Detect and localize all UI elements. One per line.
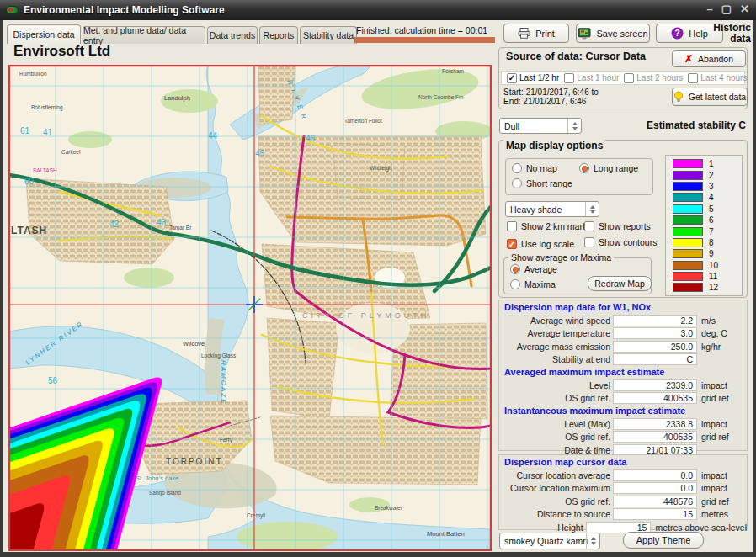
red-x-icon: ✗ [684,53,693,65]
map-label: North Coombe Fm [418,94,463,100]
checkbox-use-log-scale[interactable]: Use log scale [507,239,574,249]
save-screen-button[interactable]: Save screen [576,24,650,43]
row-label: OS grid ref. [499,393,613,403]
radio-short-range[interactable]: Short range [512,178,572,188]
radio-icon[interactable] [510,279,520,289]
print-button[interactable]: Print [503,24,569,43]
estimated-stability-label: Estimated stability C [638,119,746,131]
legend-swatch [673,182,703,191]
get-latest-data-button[interactable]: Get latest data [672,88,748,106]
checkbox-icon[interactable] [507,73,517,83]
redraw-map-button[interactable]: Redraw Map [588,276,652,291]
row-value: 448576 [613,496,697,507]
row-unit: m/s [697,316,716,326]
map-label: TORPOINT [166,457,222,466]
row-value: 3.0 [613,327,697,339]
radio-no-map[interactable]: No map [512,163,557,173]
minimize-button[interactable]: – [707,3,713,16]
legend-swatch [673,204,703,214]
checkbox-icon[interactable] [624,73,634,83]
radio-icon[interactable] [510,264,520,274]
maximize-button[interactable]: ▢ [721,3,732,16]
map-label: 41 [43,128,53,137]
legend-number: 3 [709,182,714,191]
row-label: Average temperature [499,328,613,338]
checkbox-icon[interactable] [584,221,594,231]
close-button[interactable]: ✕ [740,3,749,16]
source-of-data-title: Source of data: Cursor Data [503,50,648,62]
legend-number: 11 [709,272,717,281]
legend-swatch [673,227,703,236]
monitor-icon [578,28,591,40]
map-label: Rumbullion [19,71,47,77]
company-name: Envirosoft Ltd [13,43,110,60]
checkbox-icon[interactable] [688,73,698,83]
row-label: Level (Max) [499,419,613,429]
app-window: Environmental Impact Modelling Software … [0,0,756,557]
checkbox-show-reports[interactable]: Show reports [584,221,651,231]
checkbox-last-2-hours[interactable]: Last 2 hours [624,73,683,83]
spinner-icon[interactable] [567,119,581,133]
legend-number: 5 [709,204,714,214]
map-label: Ferry [220,437,233,443]
checkbox-last-1-hour[interactable]: Last 1 hour [564,73,619,83]
start-time-label: Start: 21/01/2017, 6:46 to [503,88,599,97]
checkbox-icon[interactable] [507,239,517,249]
radio-icon[interactable] [512,178,522,188]
tab-dispersion-data[interactable]: Dispersion data [7,24,81,44]
title-bar[interactable]: Environmental Impact Modelling Software … [0,0,756,20]
row-label: Average mass emission [499,342,613,352]
checkbox-icon[interactable] [507,221,517,231]
checkbox-last-half-hr[interactable]: Last 1/2 hr [507,73,559,83]
row-unit: impact [697,470,727,480]
checkbox-icon[interactable] [564,73,574,83]
colour-scale-legend: 123456789101112 [665,155,743,296]
map-label: Carkeel [61,149,81,155]
checkbox-last-4-hours[interactable]: Last 4 hours [688,73,747,83]
map-label: Looking Glass [201,353,237,359]
row-unit: grid ref [697,393,729,403]
legend-swatch [673,249,703,258]
legend-row: 11 [673,271,742,282]
spinner-icon[interactable] [586,533,599,549]
radio-maxima[interactable]: Maxima [510,279,556,289]
map-label: 43 [157,218,167,227]
data-row: Average wind speed2.2m/s [499,314,747,327]
theme-select[interactable]: smokey Quartz kamri [499,533,600,549]
abandon-button[interactable]: ✗ Abandon [672,50,746,67]
map-label: 46 [306,134,316,143]
svg-text:?: ? [675,29,680,38]
radio-icon[interactable] [579,163,589,173]
radio-average[interactable]: Average [510,264,557,274]
map-label: Sango Island [149,490,181,496]
dispersion-map[interactable]: LTASHRumbullionBotusflemingCarkeelSALTAS… [8,65,492,551]
data-row: Average mass emission250.0kg/hr [499,340,747,353]
checkbox-show-contours[interactable]: Show contours [584,237,657,247]
tab-reports[interactable]: Reports [259,26,298,44]
data-row: Level (Max)2338.8impact [499,417,747,431]
weather-select[interactable]: Dull [499,118,582,134]
legend-swatch [673,193,703,202]
tab-data-trends[interactable]: Data trends [207,26,258,44]
legend-row: 6 [673,215,742,225]
radio-long-range[interactable]: Long range [579,163,638,173]
tab-stability-data[interactable]: Stability data [300,26,357,44]
data-row: OS grid ref.400535grid ref [499,431,747,444]
window-title: Environmental Impact Modelling Software [24,4,225,16]
progress-bar [354,37,495,43]
printer-icon [518,28,530,39]
map-label: 61 [20,126,30,135]
row-label: Level [499,380,613,390]
row-unit: metres above sea-level [651,523,747,533]
radio-icon[interactable] [512,163,522,173]
checkbox-icon[interactable] [584,237,594,247]
apply-theme-button[interactable]: Apply Theme [623,532,704,549]
checkbox-show-2km-marks[interactable]: Show 2 km marks [507,221,591,231]
legend-swatch [673,283,703,292]
shade-select[interactable]: Heavy shade [505,201,599,217]
legend-swatch [673,238,703,247]
spinner-icon[interactable] [585,202,599,216]
avg-maxima-title: Show average or Maxima [508,252,614,263]
tab-met-plume-data[interactable]: Met. and plume data/ data entry [83,26,205,44]
legend-number: 8 [709,238,714,247]
